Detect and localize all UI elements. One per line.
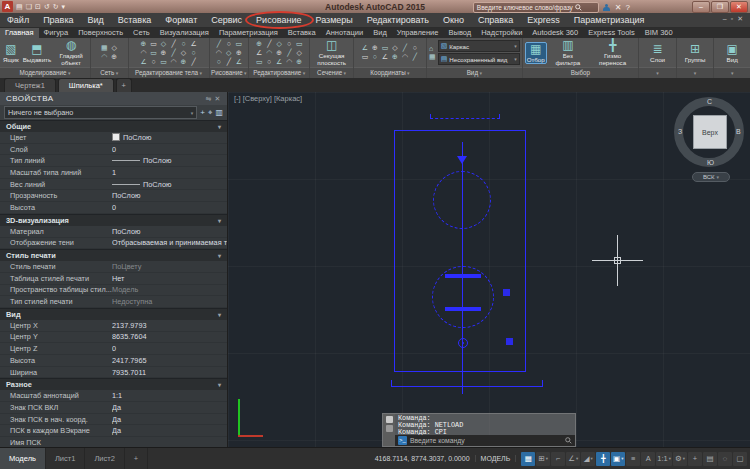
workspace-icon[interactable]: ⚙ <box>673 452 687 466</box>
groups-button[interactable]: ⊞ Группы <box>684 43 707 63</box>
section-3d-visualization[interactable]: 3D-визуализация▾ <box>0 214 227 226</box>
visual-style-dropdown[interactable]: ▧ Каркас <box>438 40 520 52</box>
property-row[interactable]: Слой 0 <box>0 144 227 156</box>
section-plot-style[interactable]: Стиль печати▾ <box>0 249 227 261</box>
qat-dropdown-icon[interactable]: ▾ <box>62 3 66 11</box>
ribbon-tab[interactable]: BIM 360 <box>640 27 678 38</box>
drawing-circle-top[interactable] <box>433 171 491 229</box>
panel-label[interactable]: Координаты <box>354 67 426 78</box>
panel-label[interactable] <box>639 67 676 78</box>
coordinates-tools-grid[interactable]: ∠⊕▭◇╱○ ▭○∠⊕◠╱ <box>360 44 419 61</box>
property-row[interactable]: Масштаб типа линий 1 <box>0 167 227 179</box>
new-icon[interactable]: ▤ <box>16 3 23 11</box>
extrude-tool-button[interactable]: ⬒ Выдавить <box>22 43 52 63</box>
menu-item[interactable]: Вставка <box>111 13 158 27</box>
property-row[interactable]: ПСК в каждом ВЭкране Да <box>0 425 227 437</box>
drawing-rectangle[interactable] <box>394 130 526 372</box>
ortho-icon[interactable]: ⌐ <box>551 452 565 466</box>
coordinates-readout[interactable]: 4168.7114, 8774.3037, 0.0000 <box>375 455 470 462</box>
property-row[interactable]: Ширина 7935.7011 <box>0 367 227 379</box>
add-layout-button[interactable]: + <box>125 448 148 469</box>
property-row[interactable]: Прозрачность ПоСлою <box>0 190 227 202</box>
doc-minimize-icon[interactable]: – <box>723 15 727 23</box>
ribbon-tab[interactable]: Express Tools <box>583 27 640 38</box>
property-row[interactable]: Центр Z 0 <box>0 343 227 355</box>
object-snap-tracking-icon[interactable]: ╋ <box>596 452 610 466</box>
ribbon-tab[interactable]: Аннотации <box>321 27 369 38</box>
isolate-objects-icon[interactable]: ◌ <box>718 452 732 466</box>
view-button[interactable]: ▣ Вид <box>726 43 739 63</box>
menu-item[interactable]: Справка <box>471 13 520 27</box>
select-objects-icon[interactable]: ⌖ <box>208 108 213 118</box>
command-history-icon[interactable] <box>386 425 393 432</box>
viewport-control[interactable]: [Сверху] <box>243 94 272 103</box>
quick-select-icon[interactable]: ▥ <box>215 108 223 118</box>
doc-restore-icon[interactable]: ▫ <box>731 15 733 23</box>
ribbon-tab[interactable]: Визуализация <box>155 27 214 38</box>
command-window-grip[interactable] <box>383 414 395 446</box>
section-general[interactable]: Общие▾ <box>0 120 227 132</box>
menu-item[interactable]: Рисование <box>249 13 308 27</box>
collapse-icon[interactable]: ▾ <box>218 217 221 224</box>
box-tool-button[interactable]: ▧ Ящик <box>2 43 20 63</box>
viewcube-west[interactable]: З <box>678 128 682 135</box>
drawing-base-line[interactable] <box>391 386 543 387</box>
ribbon-tab[interactable]: Autodesk 360 <box>527 27 583 38</box>
grip-point[interactable] <box>506 338 513 345</box>
object-snap-icon[interactable]: ▣ <box>611 452 625 466</box>
property-row[interactable]: Цвет ПоСлою <box>0 132 227 144</box>
viewport-control[interactable]: [-] <box>234 94 241 103</box>
property-row[interactable]: Тип линий ПоСлою <box>0 155 227 167</box>
collapse-icon[interactable]: ▾ <box>218 252 221 259</box>
grip-point[interactable] <box>503 289 510 296</box>
ribbon-tab[interactable]: Параметризация <box>214 27 283 38</box>
panel-label[interactable]: Моделирование <box>0 67 90 78</box>
property-row[interactable]: Тип стилей печати Недоступна <box>0 296 227 308</box>
menu-item[interactable]: Сервис <box>204 13 249 27</box>
menu-item[interactable]: Express <box>520 13 567 27</box>
property-row[interactable]: Пространство таблицы стил... Модель <box>0 285 227 297</box>
layers-button[interactable]: ≣ Слои <box>649 43 666 63</box>
ribbon-tab[interactable]: Сеть <box>128 27 155 38</box>
search-icon[interactable] <box>575 4 582 11</box>
culling-button[interactable]: ▦ Отбор <box>525 42 547 64</box>
maximize-button[interactable]: ❐ <box>711 1 729 13</box>
menu-item[interactable]: Параметризация <box>567 13 652 27</box>
clean-screen-icon[interactable]: ▢ <box>733 452 747 466</box>
model-tab[interactable]: Модель <box>0 448 46 469</box>
viewcube-top-face[interactable]: Верх <box>693 115 727 149</box>
menu-item[interactable]: Размеры <box>308 13 359 27</box>
menu-item[interactable]: Формат <box>158 13 204 27</box>
help-icon[interactable]: ? <box>626 3 630 12</box>
customize-icon[interactable] <box>386 416 393 423</box>
draw-tools-grid[interactable]: ╱○▭ ◠◇⊕ ○╱∠ <box>214 40 243 66</box>
property-row[interactable]: Знак ПСК ВКЛ Да <box>0 402 227 414</box>
grid-icon[interactable]: ▦ <box>521 452 535 466</box>
menu-item[interactable]: Окно <box>436 13 471 27</box>
selection-dropdown[interactable]: Ничего не выбрано <box>4 106 197 119</box>
annotation-scale-icon[interactable]: 1:1 <box>656 452 672 466</box>
undo-icon[interactable]: ↺ <box>44 3 50 11</box>
new-tab-button[interactable]: + <box>116 78 132 92</box>
annotation-monitor-icon[interactable]: + <box>688 452 702 466</box>
property-row[interactable]: Знак ПСК в нач. коорд. Да <box>0 414 227 426</box>
viewcube-ucs-button[interactable]: ВСК <box>692 172 730 182</box>
doc-close-icon[interactable]: ✕ <box>737 15 743 23</box>
ribbon-tab[interactable]: Главная <box>0 27 39 38</box>
polar-tracking-icon[interactable]: ∠ <box>566 452 580 466</box>
panel-label[interactable]: Редактирование <box>249 67 309 78</box>
menu-item[interactable]: Файл <box>0 13 36 27</box>
panel-label[interactable]: Сечение <box>310 67 353 78</box>
annotation-visibility-icon[interactable]: A <box>641 452 655 466</box>
open-icon[interactable]: ❏ <box>26 3 32 11</box>
ribbon-tab[interactable]: Надстройки <box>476 27 527 38</box>
file-tab-active[interactable]: Шпилька* <box>58 78 114 92</box>
modify-tools-grid[interactable]: ⊕╱◇○▭ ∠◠⊕╱◇ ▭○∠◠⊕ <box>255 40 304 66</box>
ribbon-tab[interactable]: Вставка <box>283 27 321 38</box>
menu-item[interactable]: Редактировать <box>360 13 436 27</box>
property-row[interactable]: Масштаб аннотаций 1:1 <box>0 390 227 402</box>
ribbon-tab[interactable]: Поверхность <box>73 27 128 38</box>
viewcube-south[interactable]: Ю <box>707 159 714 166</box>
panel-label[interactable]: Выбор <box>523 67 639 78</box>
panel-label[interactable] <box>677 67 714 78</box>
